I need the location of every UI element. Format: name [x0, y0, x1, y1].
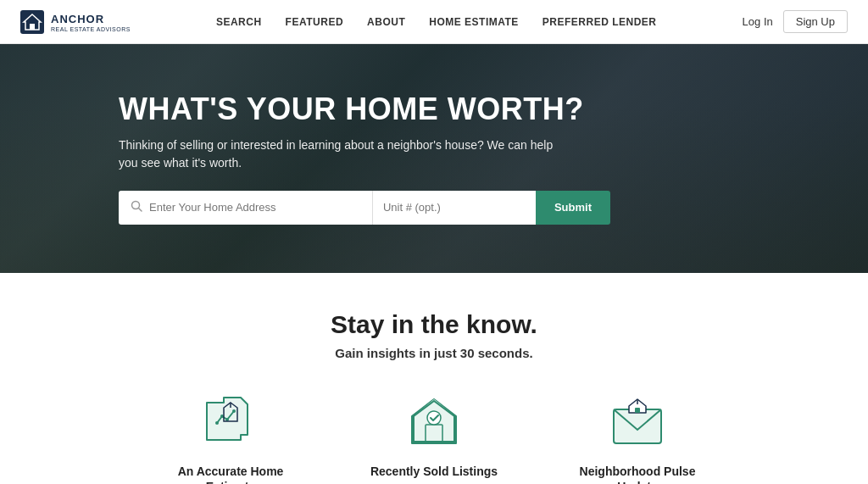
- svg-point-17: [427, 411, 441, 425]
- hero-content: WHAT'S YOUR HOME WORTH? Thinking of sell…: [0, 92, 868, 225]
- unit-input[interactable]: [372, 191, 536, 225]
- nav-featured[interactable]: FEATURED: [286, 16, 343, 28]
- signup-button[interactable]: Sign Up: [783, 10, 848, 33]
- hero-section: WHAT'S YOUR HOME WORTH? Thinking of sell…: [0, 44, 868, 273]
- feature-recently-sold-title: Recently Sold Listings: [370, 464, 498, 479]
- hero-title: WHAT'S YOUR HOME WORTH?: [119, 92, 749, 126]
- neighborhood-pulse-icon: [607, 391, 668, 452]
- nav-search[interactable]: SEARCH: [216, 16, 262, 28]
- submit-button[interactable]: Submit: [536, 191, 610, 225]
- logo-name: ANCHOR: [51, 13, 104, 25]
- feature-accurate-estimate: An Accurate Home Estimate Receive our pe…: [154, 391, 307, 484]
- svg-rect-2: [30, 24, 35, 30]
- nav-about[interactable]: ABOUT: [367, 16, 405, 28]
- nav-home-estimate[interactable]: HOME ESTIMATE: [429, 16, 519, 28]
- login-button[interactable]: Log In: [743, 15, 773, 28]
- info-section: Stay in the know. Gain insights in just …: [0, 273, 868, 484]
- info-headline: Stay in the know.: [17, 310, 851, 339]
- auth-area: Log In Sign Up: [743, 10, 848, 33]
- logo-subtitle: REAL ESTATE ADVISORS: [51, 26, 131, 32]
- feature-accurate-estimate-title: An Accurate Home Estimate: [154, 464, 307, 484]
- svg-line-4: [139, 209, 142, 212]
- svg-point-10: [232, 409, 236, 413]
- nav-preferred-lender[interactable]: PREFERRED LENDER: [542, 16, 657, 28]
- search-icon: [131, 200, 142, 214]
- search-bar: Submit: [119, 191, 610, 225]
- address-field-wrapper: [119, 191, 372, 225]
- address-input[interactable]: [149, 191, 360, 225]
- hero-subtitle: Thinking of selling or interested in lea…: [119, 136, 559, 172]
- svg-rect-21: [635, 408, 640, 413]
- logo-icon: [20, 10, 44, 34]
- features-grid: An Accurate Home Estimate Receive our pe…: [17, 391, 851, 484]
- logo[interactable]: ANCHOR REAL ESTATE ADVISORS: [20, 10, 131, 34]
- feature-neighborhood-pulse-title: Neighborhood Pulse Update: [561, 464, 714, 484]
- main-nav: SEARCH FEATURED ABOUT HOME ESTIMATE PREF…: [216, 16, 657, 28]
- feature-neighborhood-pulse: Neighborhood Pulse Update Stay on top of…: [561, 391, 714, 484]
- feature-recently-sold: Recently Sold Listings See what's recent…: [358, 391, 510, 484]
- svg-point-7: [215, 421, 219, 425]
- recently-sold-icon: [403, 391, 465, 452]
- site-header: ANCHOR REAL ESTATE ADVISORS SEARCH FEATU…: [0, 0, 868, 44]
- accurate-estimate-icon: [200, 391, 261, 452]
- info-subheadline: Gain insights in just 30 seconds.: [17, 346, 851, 360]
